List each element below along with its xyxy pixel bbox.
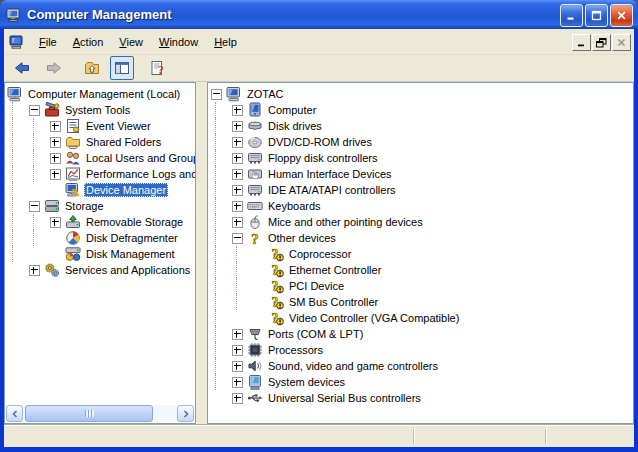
expand-expander-icon[interactable] <box>50 121 61 132</box>
tree-node-computer-management-local[interactable]: Computer Management (Local) <box>7 86 195 102</box>
tree-node-system-devices[interactable]: System devices <box>210 374 633 390</box>
tree-node-coprocessor[interactable]: ?Coprocessor <box>210 246 633 262</box>
tree-node-label[interactable]: System devices <box>266 375 347 389</box>
tree-node-label[interactable]: Performance Logs and Alerts <box>84 167 196 181</box>
tree-node-label[interactable]: Human Interface Devices <box>266 167 394 181</box>
tree-node-label[interactable]: Event Viewer <box>84 119 153 133</box>
expand-expander-icon[interactable] <box>50 217 61 228</box>
tree-node-zotac[interactable]: ZOTAC <box>210 86 633 102</box>
tree-node-label[interactable]: Removable Storage <box>84 215 185 229</box>
maximize-button[interactable] <box>585 4 608 27</box>
expand-expander-icon[interactable] <box>232 121 243 132</box>
tree-node-label[interactable]: Other devices <box>266 231 338 245</box>
tree-node-label[interactable]: Ports (COM & LPT) <box>266 327 365 341</box>
expand-expander-icon[interactable] <box>232 153 243 164</box>
expand-expander-icon[interactable] <box>232 361 243 372</box>
scrollbar-thumb[interactable] <box>25 405 153 422</box>
scroll-right-button[interactable] <box>177 405 194 422</box>
menu-view[interactable]: View <box>111 32 151 52</box>
tree-node-ethernet-controller[interactable]: ?Ethernet Controller <box>210 262 633 278</box>
menu-window[interactable]: Window <box>151 32 206 52</box>
tree-node-services-and-applications[interactable]: Services and Applications <box>7 262 195 278</box>
tree-node-ide-ata-atapi-controllers[interactable]: IDE ATA/ATAPI controllers <box>210 182 633 198</box>
tree-node-disk-defragmenter[interactable]: Disk Defragmenter <box>7 230 195 246</box>
tree-node-pci-device[interactable]: ?PCI Device <box>210 278 633 294</box>
expand-expander-icon[interactable] <box>232 137 243 148</box>
tree-node-universal-serial-bus-controllers[interactable]: Universal Serial Bus controllers <box>210 390 633 406</box>
tree-node-label[interactable]: Disk drives <box>266 119 324 133</box>
tree-node-label[interactable]: Shared Folders <box>84 135 163 149</box>
tree-node-sm-bus-controller[interactable]: ?SM Bus Controller <box>210 294 633 310</box>
tree-node-label[interactable]: Device Manager <box>84 183 168 197</box>
tree-node-label[interactable]: Floppy disk controllers <box>266 151 379 165</box>
tree-node-label[interactable]: Storage <box>63 199 106 213</box>
tree-node-human-interface-devices[interactable]: Human Interface Devices <box>210 166 633 182</box>
expand-expander-icon[interactable] <box>232 377 243 388</box>
tree-node-event-viewer[interactable]: Event Viewer <box>7 118 195 134</box>
tree-node-processors[interactable]: Processors <box>210 342 633 358</box>
tree-node-keyboards[interactable]: Keyboards <box>210 198 633 214</box>
title-bar[interactable]: Computer Management <box>0 0 638 29</box>
tree-node-local-users-and-groups[interactable]: Local Users and Groups <box>7 150 195 166</box>
tree-node-other-devices[interactable]: ?Other devices <box>210 230 633 246</box>
tree-node-label[interactable]: Keyboards <box>266 199 323 213</box>
tree-node-label[interactable]: IDE ATA/ATAPI controllers <box>266 183 398 197</box>
collapse-expander-icon[interactable] <box>29 105 40 116</box>
tree-node-system-tools[interactable]: System Tools <box>7 102 195 118</box>
expand-expander-icon[interactable] <box>232 345 243 356</box>
tree-node-dvd-cd-rom-drives[interactable]: DVD/CD-ROM drives <box>210 134 633 150</box>
tree-node-label[interactable]: Sound, video and game controllers <box>266 359 440 373</box>
collapse-expander-icon[interactable] <box>211 89 222 100</box>
forward-button-disabled[interactable] <box>42 56 66 80</box>
expand-expander-icon[interactable] <box>232 329 243 340</box>
help-button[interactable]: ? <box>146 56 170 80</box>
tree-node-removable-storage[interactable]: Removable Storage <box>7 214 195 230</box>
collapse-expander-icon[interactable] <box>29 201 40 212</box>
tree-node-video-controller-vga-compatible[interactable]: ?Video Controller (VGA Compatible) <box>210 310 633 326</box>
tree-node-label[interactable]: ZOTAC <box>245 87 285 101</box>
tree-node-label[interactable]: System Tools <box>63 103 132 117</box>
child-minimize-button[interactable] <box>572 34 591 51</box>
tree-node-label[interactable]: SM Bus Controller <box>287 295 380 309</box>
tree-node-storage[interactable]: Storage <box>7 198 195 214</box>
expand-expander-icon[interactable] <box>50 169 61 180</box>
menu-action[interactable]: Action <box>65 32 112 52</box>
tree-node-label[interactable]: Services and Applications <box>63 263 192 277</box>
tree-node-shared-folders[interactable]: Shared Folders <box>7 134 195 150</box>
tree-node-label[interactable]: DVD/CD-ROM drives <box>266 135 374 149</box>
scroll-left-button[interactable] <box>6 405 23 422</box>
tree-node-label[interactable]: Video Controller (VGA Compatible) <box>287 311 461 325</box>
show-hide-console-tree-button[interactable] <box>110 56 134 80</box>
expand-expander-icon[interactable] <box>232 201 243 212</box>
tree-node-label[interactable]: Disk Management <box>84 247 177 261</box>
tree-node-mice-and-other-pointing-devices[interactable]: Mice and other pointing devices <box>210 214 633 230</box>
tree-node-label[interactable]: Computer <box>266 103 318 117</box>
expand-expander-icon[interactable] <box>50 137 61 148</box>
tree-node-computer[interactable]: Computer <box>210 102 633 118</box>
tree-node-label[interactable]: Processors <box>266 343 325 357</box>
tree-node-label[interactable]: Ethernet Controller <box>287 263 383 277</box>
pane-splitter[interactable] <box>196 82 207 424</box>
tree-node-ports-com-lpt[interactable]: Ports (COM & LPT) <box>210 326 633 342</box>
expand-expander-icon[interactable] <box>232 169 243 180</box>
close-button[interactable] <box>610 4 633 27</box>
expand-expander-icon[interactable] <box>29 265 40 276</box>
tree-node-sound-video-and-game-controllers[interactable]: Sound, video and game controllers <box>210 358 633 374</box>
tree-node-disk-drives[interactable]: Disk drives <box>210 118 633 134</box>
scrollbar-track[interactable] <box>23 405 177 422</box>
expand-expander-icon[interactable] <box>232 185 243 196</box>
child-restore-button[interactable] <box>592 34 611 51</box>
tree-node-label[interactable]: Universal Serial Bus controllers <box>266 391 423 405</box>
tree-node-label[interactable]: Mice and other pointing devices <box>266 215 425 229</box>
tree-node-label[interactable]: Computer Management (Local) <box>26 87 182 101</box>
tree-node-device-manager[interactable]: Device Manager <box>7 182 195 198</box>
minimize-button[interactable] <box>560 4 583 27</box>
child-close-button-disabled[interactable] <box>612 34 631 51</box>
expand-expander-icon[interactable] <box>232 217 243 228</box>
tree-node-disk-management[interactable]: Disk Management <box>7 246 195 262</box>
menu-file[interactable]: File <box>31 32 65 52</box>
tree-node-label[interactable]: Disk Defragmenter <box>84 231 180 245</box>
tree-node-label[interactable]: Coprocessor <box>287 247 353 261</box>
collapse-expander-icon[interactable] <box>232 233 243 244</box>
up-one-level-button[interactable] <box>80 56 104 80</box>
